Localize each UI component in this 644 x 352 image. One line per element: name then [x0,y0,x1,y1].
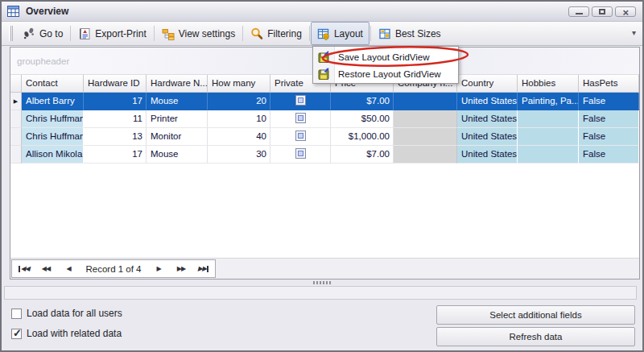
nav-next-button[interactable] [147,260,170,277]
grid-cell-hardware_name[interactable]: Monitor [147,128,208,146]
close-button[interactable] [615,6,636,17]
nav-last-button[interactable] [192,260,215,277]
row-indicator[interactable] [10,146,22,164]
record-navigator-strip: Record 1 of 4 [10,258,639,279]
grid-cell-contact[interactable]: Albert Barry [22,93,84,110]
toolbar-separator [370,26,371,41]
close-icon [622,5,629,19]
column-header-how_many[interactable]: How many [208,75,270,93]
private-checkbox[interactable] [295,148,306,159]
column-header-country[interactable]: Country [457,75,518,93]
grid-row[interactable]: Chris Huffman13Monitor40$1,000.00United … [10,128,639,146]
grid-cell-how_many[interactable]: 10 [208,110,270,128]
horizontal-splitter[interactable] [2,280,642,286]
footprints-icon [23,27,35,40]
grid-cell-price[interactable]: $7.00 [331,93,394,110]
grid-cell-country[interactable]: United States [457,110,518,128]
minimize-icon [576,13,583,14]
title-bar: Overview [2,2,642,22]
row-indicator[interactable] [10,128,22,146]
grid-cell-private[interactable] [270,146,331,164]
grid-cell-hardware_name[interactable]: Mouse [147,93,208,110]
load-related-data-checkbox[interactable]: Load with related data [11,326,122,341]
grid-cell-company[interactable] [394,146,457,164]
nav-prev-button[interactable] [57,260,80,277]
grid-row[interactable]: Allison Mikola17Mouse30$7.00United State… [10,146,639,164]
checkbox-label: Load with related data [27,328,122,339]
grid-cell-hobbies[interactable] [518,110,579,128]
grid-cell-private[interactable] [270,110,331,128]
grid-cell-country[interactable]: United States [457,128,518,146]
maximize-button[interactable] [592,6,613,17]
toolbar-item-filtering[interactable]: Filtering [244,22,308,45]
row-indicator[interactable] [10,110,22,128]
toolbar-separator [242,26,243,41]
toolbar: Go to Export-Print View settings [2,22,642,46]
private-checkbox[interactable] [295,113,306,123]
grid-cell-company[interactable] [394,110,457,128]
menu-item-restore-layout[interactable]: Restore Layout GridView [313,65,458,82]
grid-rows: Albert Barry17Mouse20$7.00United StatesP… [10,93,639,164]
column-header-hobbies[interactable]: Hobbies [518,75,579,93]
nav-next-page-button[interactable] [170,260,192,277]
nav-first-button[interactable] [12,260,35,277]
grid-cell-hobbies[interactable]: Painting, Pa... [518,93,579,110]
nav-prev-page-button[interactable] [35,260,57,277]
grid-cell-hardware_id[interactable]: 13 [84,128,147,146]
grid-cell-contact[interactable]: Allison Mikola [22,146,84,164]
window-title: Overview [26,6,68,17]
grid-cell-private[interactable] [270,128,331,146]
grid-cell-hobbies[interactable] [518,146,579,164]
grid-cell-hardware_id[interactable]: 11 [84,110,147,128]
checkbox-box[interactable] [11,309,22,319]
column-header-hardware_name[interactable]: Hardware N... [147,75,208,93]
load-all-users-checkbox[interactable]: Load data for all users [11,306,122,321]
grid-cell-haspets[interactable]: False [579,128,639,146]
export-print-icon [78,27,91,40]
grid-cell-hobbies[interactable] [518,128,579,146]
grid-cell-price[interactable]: $1,000.00 [331,128,394,146]
toolbar-item-best-sizes[interactable]: Best Sizes [372,22,448,45]
minimize-button[interactable] [568,6,589,17]
toolbar-grip[interactable] [9,26,13,41]
row-indicator[interactable] [10,93,22,110]
grid-cell-country[interactable]: United States [457,93,518,110]
grid-cell-hardware_name[interactable]: Printer [147,110,208,128]
private-checkbox[interactable] [295,95,306,106]
grid-row[interactable]: Chris Huffman11Printer10$50.00United Sta… [10,110,639,128]
toolbar-overflow-chevron-icon[interactable] [632,28,636,37]
grid-cell-contact[interactable]: Chris Huffman [22,110,84,128]
column-header-hardware_id[interactable]: Hardware ID [84,75,147,93]
grid-row[interactable]: Albert Barry17Mouse20$7.00United StatesP… [10,93,639,110]
grid-cell-company[interactable] [394,128,457,146]
checkbox-box[interactable] [11,329,22,339]
grid-cell-contact[interactable]: Chris Huffman [22,128,84,146]
toolbar-item-layout[interactable]: Layout [311,22,369,45]
menu-item-save-layout[interactable]: Save Layout GridView [313,48,458,65]
grid-cell-hardware_name[interactable]: Mouse [147,146,208,164]
grid-cell-haspets[interactable]: False [579,110,639,128]
record-navigator: Record 1 of 4 [11,259,216,278]
grid-cell-hardware_id[interactable]: 17 [84,93,147,110]
grid-cell-price[interactable]: $7.00 [331,146,394,164]
toolbar-item-view-settings[interactable]: View settings [155,22,242,45]
grid-cell-how_many[interactable]: 30 [208,146,270,164]
column-header-contact[interactable]: Contact [22,75,84,93]
grid-cell-country[interactable]: United States [457,146,518,164]
private-checkbox[interactable] [295,130,306,141]
group-panel-watermark: groupheader [17,56,69,66]
select-additional-fields-button[interactable]: Select additional fields [436,305,635,325]
restore-layout-icon [317,68,330,81]
toolbar-item-goto[interactable]: Go to [16,22,69,45]
grid-cell-private[interactable] [270,93,331,110]
column-header-haspets[interactable]: HasPets [579,75,639,93]
grid-cell-how_many[interactable]: 20 [208,93,270,110]
toolbar-item-export-print[interactable]: Export-Print [72,22,152,45]
grid-cell-price[interactable]: $50.00 [331,110,394,128]
refresh-data-button[interactable]: Refresh data [436,327,635,346]
grid-cell-how_many[interactable]: 40 [208,128,270,146]
grid-cell-haspets[interactable]: False [579,146,639,164]
grid-cell-hardware_id[interactable]: 17 [84,146,147,164]
grid-cell-company[interactable] [394,93,457,110]
grid-cell-haspets[interactable]: False [579,93,639,110]
